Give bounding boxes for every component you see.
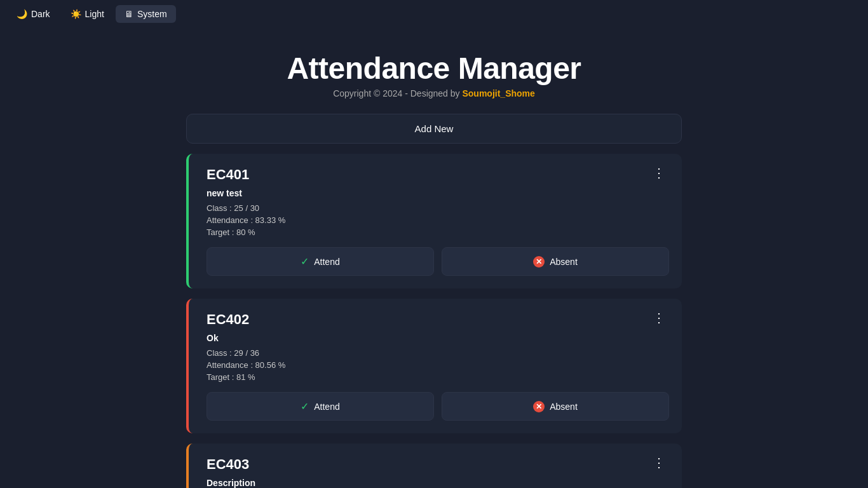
target-stat-ec401: Target : 80 % xyxy=(207,227,669,237)
absent-button-ec402[interactable]: ✕ Absent xyxy=(442,392,669,421)
class-stat-ec402: Class : 29 / 36 xyxy=(207,348,669,358)
subject-card-ec403: EC403 ⋮ Description ✓ Attend ✕ Absent xyxy=(186,444,682,488)
absent-button-ec401[interactable]: ✕ Absent xyxy=(442,247,669,276)
system-label: System xyxy=(137,9,167,19)
card-actions-ec401: ✓ Attend ✕ Absent xyxy=(207,247,669,276)
card-header-ec403: EC403 ⋮ xyxy=(207,456,669,473)
system-theme-button[interactable]: System xyxy=(116,5,176,23)
light-theme-button[interactable]: Light xyxy=(62,5,113,23)
moon-icon xyxy=(17,9,27,19)
cards-container: EC401 ⋮ new test Class : 25 / 30 Attenda… xyxy=(186,154,682,488)
card-header-ec402: EC402 ⋮ xyxy=(207,311,669,328)
author-link[interactable]: Soumojit_Shome xyxy=(462,88,534,98)
main-content: Attendance Manager Copyright © 2024 - De… xyxy=(186,0,682,488)
light-label: Light xyxy=(85,9,104,19)
copyright-text: Copyright © 2024 - Designed by xyxy=(333,88,462,98)
attend-button-ec402[interactable]: ✓ Attend xyxy=(207,392,434,421)
card-actions-ec402: ✓ Attend ✕ Absent xyxy=(207,392,669,421)
more-menu-button-ec402[interactable]: ⋮ xyxy=(650,311,669,324)
subject-code-ec402: EC402 xyxy=(207,311,249,328)
subject-card-ec402: EC402 ⋮ Ok Class : 29 / 36 Attendance : … xyxy=(186,299,682,433)
subject-description-ec403: Description xyxy=(207,478,669,488)
subject-card-ec401: EC401 ⋮ new test Class : 25 / 30 Attenda… xyxy=(186,154,682,288)
dark-theme-button[interactable]: Dark xyxy=(8,5,59,23)
subject-code-ec403: EC403 xyxy=(207,456,249,473)
class-stat-ec401: Class : 25 / 30 xyxy=(207,203,669,213)
absent-icon-ec401: ✕ xyxy=(533,256,545,268)
attend-icon-ec402: ✓ xyxy=(301,400,309,412)
attend-button-ec401[interactable]: ✓ Attend xyxy=(207,247,434,276)
more-menu-button-ec403[interactable]: ⋮ xyxy=(650,456,669,469)
card-header-ec401: EC401 ⋮ xyxy=(207,166,669,183)
app-subtitle: Copyright © 2024 - Designed by Soumojit_… xyxy=(186,88,682,98)
subject-description-ec402: Ok xyxy=(207,333,669,343)
subject-code-ec401: EC401 xyxy=(207,166,249,183)
app-title: Attendance Manager xyxy=(186,51,682,86)
app-header: Attendance Manager Copyright © 2024 - De… xyxy=(186,38,682,114)
sun-icon xyxy=(71,9,81,19)
more-menu-button-ec401[interactable]: ⋮ xyxy=(650,166,669,179)
add-new-button[interactable]: Add New xyxy=(186,114,682,144)
attendance-stat-ec402: Attendance : 80.56 % xyxy=(207,360,669,370)
absent-icon-ec402: ✕ xyxy=(533,401,545,412)
theme-bar: Dark Light System xyxy=(0,0,184,28)
attendance-stat-ec401: Attendance : 83.33 % xyxy=(207,215,669,225)
target-stat-ec402: Target : 81 % xyxy=(207,372,669,382)
subject-description-ec401: new test xyxy=(207,188,669,198)
monitor-icon xyxy=(125,9,133,19)
attend-icon-ec401: ✓ xyxy=(301,255,309,268)
dark-label: Dark xyxy=(31,9,50,19)
